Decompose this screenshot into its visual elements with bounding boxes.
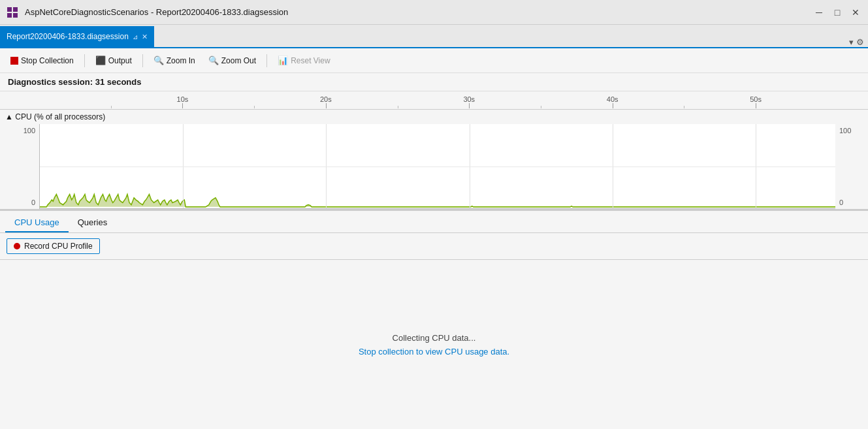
session-info: Diagnostics session: 31 seconds xyxy=(0,73,868,91)
zoom-in-button[interactable]: 🔍 Zoom In xyxy=(148,54,201,67)
svg-rect-1 xyxy=(13,7,18,12)
toolbar-separator-2 xyxy=(142,54,143,67)
tab-queries[interactable]: Queries xyxy=(69,214,117,232)
minimize-button[interactable]: ─ xyxy=(812,5,826,20)
y-max-left: 100 xyxy=(24,127,35,135)
chart-header: ▲ CPU (% of all processors) xyxy=(0,110,868,124)
svg-rect-3 xyxy=(13,13,18,18)
reset-view-label: Reset View xyxy=(291,56,330,65)
output-label: Output xyxy=(108,56,132,65)
tab-bar: Report20200406-1833.diagsession ⊿ ✕ ▾ ⚙ xyxy=(0,25,868,48)
stop-collection-label: Stop Collection xyxy=(21,56,74,65)
tab-settings-icon[interactable]: ⚙ xyxy=(856,37,864,47)
chart-body: 100 0 100 0 xyxy=(0,124,868,209)
output-icon: ⬛ xyxy=(95,56,106,65)
collecting-text: Collecting CPU data... xyxy=(393,333,476,343)
window-title: AspNetCoreDiagnosticScenarios - Report20… xyxy=(25,7,812,17)
tab-cpu-usage[interactable]: CPU Usage xyxy=(5,214,69,232)
vs-icon xyxy=(5,5,20,20)
y-min-left: 0 xyxy=(31,199,35,206)
cpu-chart-section: ▲ CPU (% of all processors) 100 0 xyxy=(0,110,868,210)
ruler-tickmark-20s xyxy=(326,103,327,108)
y-max-right: 100 xyxy=(839,127,851,135)
ruler-tickmark-30s xyxy=(469,103,470,108)
ruler-tickmark-50s xyxy=(756,103,756,108)
ruler-area: 10s 20s 30s 40s 50s xyxy=(39,91,835,110)
record-cpu-label: Record CPU Profile xyxy=(24,242,93,251)
title-bar: AspNetCoreDiagnosticScenarios - Report20… xyxy=(0,0,868,25)
record-cpu-profile-button[interactable]: Record CPU Profile xyxy=(7,238,100,254)
bottom-tabs-row: CPU Usage Queries xyxy=(0,211,868,233)
tab-label: Report20200406-1833.diagsession xyxy=(7,32,129,41)
chart-y-axis-right: 100 0 xyxy=(835,124,868,209)
ruler-left-spacer xyxy=(0,91,39,109)
toolbar-separator-1 xyxy=(84,54,85,67)
ruler-tick-10s: 10s xyxy=(177,95,189,103)
y-min-right: 0 xyxy=(839,199,843,206)
stop-icon xyxy=(10,57,18,65)
timeline-ruler: 10s 20s 30s 40s 50s xyxy=(0,91,868,110)
stop-collection-link[interactable]: Stop collection to view CPU usage data. xyxy=(359,347,509,357)
ruler-tickmark-10s xyxy=(182,103,183,108)
ruler-tick-50s: 50s xyxy=(750,95,762,103)
pin-icon[interactable]: ⊿ xyxy=(133,33,138,40)
zoom-in-label: Zoom In xyxy=(167,56,195,65)
zoom-out-button[interactable]: 🔍 Zoom Out xyxy=(203,54,261,67)
output-button[interactable]: ⬛ Output xyxy=(90,54,137,67)
tab-dropdown-icon[interactable]: ▾ xyxy=(849,37,854,47)
svg-rect-0 xyxy=(7,7,12,12)
reset-view-button[interactable]: 📊 Reset View xyxy=(272,54,335,67)
bottom-panel: CPU Usage Queries Record CPU Profile Col… xyxy=(0,210,868,429)
ruler-tickmark-40s xyxy=(613,103,613,108)
record-area: Record CPU Profile xyxy=(0,233,868,260)
ruler-right-spacer xyxy=(835,91,868,109)
ruler-tick-40s: 40s xyxy=(607,95,619,103)
ruler-tick-20s: 20s xyxy=(320,95,332,103)
maximize-button[interactable]: □ xyxy=(830,5,844,20)
tab-bar-right: ▾ ⚙ xyxy=(849,37,868,47)
chart-y-axis-left: 100 0 xyxy=(0,124,39,209)
session-info-label: Diagnostics session: 31 seconds xyxy=(8,77,141,87)
horiz-grid-50 xyxy=(40,167,835,167)
reset-view-icon: 📊 xyxy=(278,56,288,65)
zoom-out-label: Zoom Out xyxy=(221,56,256,65)
stop-collection-button[interactable]: Stop Collection xyxy=(5,54,79,67)
record-dot-icon xyxy=(14,243,20,249)
zoom-in-icon: 🔍 xyxy=(153,56,164,65)
chart-header-label: ▲ CPU (% of all processors) xyxy=(5,112,105,121)
main-tab[interactable]: Report20200406-1833.diagsession ⊿ ✕ xyxy=(0,26,154,47)
zoom-out-icon: 🔍 xyxy=(208,56,219,65)
chart-canvas xyxy=(39,124,835,209)
ruler-tick-30s: 30s xyxy=(463,95,475,103)
close-button[interactable]: ✕ xyxy=(848,5,863,20)
window-controls: ─ □ ✕ xyxy=(812,5,863,20)
tab-close-icon[interactable]: ✕ xyxy=(142,33,148,41)
svg-rect-2 xyxy=(7,13,12,18)
center-message-area: Collecting CPU data... Stop collection t… xyxy=(0,260,868,429)
toolbar: Stop Collection ⬛ Output 🔍 Zoom In 🔍 Zoo… xyxy=(0,48,868,73)
toolbar-separator-3 xyxy=(266,54,267,67)
